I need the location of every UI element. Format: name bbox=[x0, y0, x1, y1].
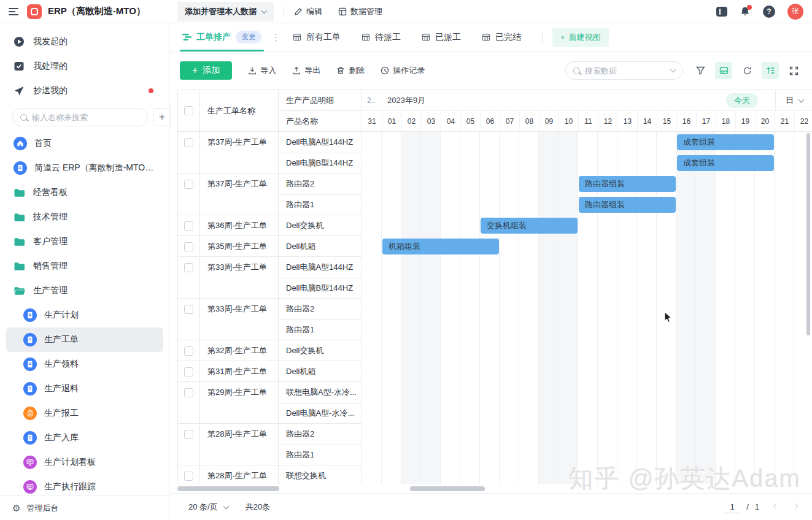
card-view-button[interactable] bbox=[715, 62, 732, 79]
tab-dispatched[interactable]: 已派工 bbox=[422, 32, 461, 43]
workorder-name-cell[interactable]: 第33周-生产工单 bbox=[200, 299, 279, 340]
page-size-select[interactable]: 20 条/页 bbox=[188, 502, 228, 513]
sidebar-item-cc-to-me[interactable]: 抄送我的 bbox=[6, 78, 163, 103]
data-mode-dropdown[interactable]: 添加并管理本人数据 bbox=[177, 2, 274, 21]
gantt-bar[interactable]: 机箱组装 bbox=[382, 239, 499, 254]
product-name-cell[interactable]: 路由器1 bbox=[279, 319, 362, 340]
tab-completed[interactable]: 已完结 bbox=[482, 32, 521, 43]
collapse-menu-icon[interactable] bbox=[9, 8, 18, 15]
workorder-name-cell[interactable]: 第29周-生产工单 bbox=[200, 382, 279, 424]
product-name-cell[interactable]: 路由器2 bbox=[279, 299, 362, 319]
admin-backend-button[interactable]: ⚙ 管理后台 bbox=[0, 495, 169, 520]
next-page-button[interactable] bbox=[793, 506, 797, 508]
operation-log-button[interactable]: 操作记录 bbox=[381, 65, 425, 76]
sidebar-item-production-picking[interactable]: 生产领料 bbox=[6, 352, 163, 377]
sidebar-item-jiandaoyun-erp[interactable]: 简道云 ERP（离散制造-MTO）... bbox=[6, 156, 163, 180]
horizontal-scrollbar-left[interactable] bbox=[177, 486, 279, 491]
sidebar-item-production-report[interactable]: 生产报工 bbox=[6, 401, 163, 426]
sidebar-item-tech-manage[interactable]: 技术管理 bbox=[6, 205, 163, 229]
row-checkbox[interactable] bbox=[184, 180, 193, 189]
row-checkbox[interactable] bbox=[184, 367, 193, 377]
tab-pending-dispatch[interactable]: 待派工 bbox=[362, 32, 401, 43]
row-checkbox[interactable] bbox=[184, 138, 193, 147]
row-checkbox[interactable] bbox=[184, 242, 193, 251]
add-button[interactable]: + 添加 bbox=[180, 61, 232, 80]
product-name-cell[interactable]: Dell电脑B型144HZ bbox=[279, 153, 362, 174]
sidebar-item-execution-tracking[interactable]: 生产执行跟踪 bbox=[6, 475, 163, 495]
new-view-button[interactable]: + 新建视图 bbox=[552, 28, 609, 47]
sidebar-item-production-workorder[interactable]: 生产工单 bbox=[6, 327, 163, 352]
import-button[interactable]: 导入 bbox=[248, 65, 276, 76]
fullscreen-button[interactable] bbox=[785, 62, 802, 79]
filter-button[interactable] bbox=[692, 62, 709, 79]
time-scale-select[interactable]: 日 bbox=[775, 90, 812, 111]
data-search-input[interactable] bbox=[585, 66, 666, 75]
product-name-cell[interactable]: Dell电脑A型144HZ bbox=[279, 132, 362, 153]
data-manage-button[interactable]: 数据管理 bbox=[338, 6, 382, 17]
current-page-input[interactable]: 1 bbox=[724, 501, 740, 513]
gantt-bar[interactable]: 路由器组装 bbox=[579, 176, 676, 192]
add-app-button[interactable]: + bbox=[153, 108, 171, 126]
row-checkbox[interactable] bbox=[184, 263, 193, 272]
product-name-cell[interactable]: Dell交换机 bbox=[279, 340, 362, 361]
workorder-name-cell[interactable]: 第37周-生产工单 bbox=[200, 174, 279, 215]
product-name-cell[interactable]: Dell电脑A型144HZ bbox=[279, 257, 362, 278]
user-avatar[interactable]: 张 bbox=[787, 4, 803, 20]
gantt-bar[interactable]: 路由器组装 bbox=[579, 197, 676, 213]
sidebar-item-business-dashboard[interactable]: 经营看板 bbox=[6, 180, 163, 205]
workorder-name-cell[interactable]: 第31周-生产工单 bbox=[200, 361, 279, 382]
help-button[interactable]: ? bbox=[763, 6, 775, 18]
sidebar-item-production-manage[interactable]: 生产管理 bbox=[6, 278, 163, 303]
product-name-cell[interactable]: Dell机箱 bbox=[279, 236, 362, 257]
gantt-bar[interactable]: 成套组装 bbox=[677, 134, 774, 150]
row-checkbox[interactable] bbox=[184, 430, 193, 439]
prev-page-button[interactable] bbox=[774, 506, 778, 508]
row-checkbox[interactable] bbox=[184, 305, 193, 314]
notifications-button[interactable] bbox=[740, 6, 751, 17]
product-name-cell[interactable]: 路由器1 bbox=[279, 194, 362, 215]
workorder-name-cell[interactable]: 第35周-生产工单 bbox=[200, 236, 279, 257]
today-button[interactable]: 今天 bbox=[726, 93, 758, 108]
sidebar-item-customer-manage[interactable]: 客户管理 bbox=[6, 229, 163, 254]
sidebar-item-production-return[interactable]: 生产退料 bbox=[6, 377, 163, 401]
workorder-name-cell[interactable]: 第32周-生产工单 bbox=[200, 340, 279, 361]
tab-more-menu-icon[interactable]: ⋮ bbox=[271, 32, 280, 43]
product-name-cell[interactable]: 联想交换机 bbox=[279, 465, 362, 484]
workorder-name-cell[interactable]: 第37周-生产工单 bbox=[200, 132, 279, 174]
product-name-cell[interactable]: 路由器2 bbox=[279, 174, 362, 194]
row-checkbox[interactable] bbox=[184, 472, 193, 481]
workorder-name-cell[interactable]: 第36周-生产工单 bbox=[200, 215, 279, 236]
tab-workorder-scheduling[interactable]: 工单排产 变更 bbox=[180, 23, 264, 51]
sidebar-item-sales-manage[interactable]: 销售管理 bbox=[6, 254, 163, 278]
sidebar-item-production-inbound[interactable]: 生产入库 bbox=[6, 426, 163, 450]
sidebar-search-input[interactable] bbox=[32, 113, 140, 122]
sidebar-item-plan-board[interactable]: 生产计划看板 bbox=[6, 450, 163, 475]
horizontal-scrollbar-right[interactable] bbox=[410, 486, 485, 491]
select-all-checkbox[interactable] bbox=[184, 106, 193, 115]
product-name-cell[interactable]: 路由器1 bbox=[279, 445, 362, 465]
edit-button[interactable]: 编辑 bbox=[294, 6, 322, 17]
row-checkbox[interactable] bbox=[184, 221, 193, 231]
gantt-bar[interactable]: 成套组装 bbox=[677, 155, 774, 171]
row-checkbox[interactable] bbox=[184, 346, 193, 356]
product-name-cell[interactable]: Dell交换机 bbox=[279, 215, 362, 236]
workorder-name-cell[interactable]: 第28周-生产工单 bbox=[200, 465, 279, 484]
gantt-structure-button[interactable] bbox=[762, 62, 779, 79]
workorder-name-cell[interactable]: 第28周-生产工单 bbox=[200, 424, 279, 465]
tab-all-workorders[interactable]: 所有工单 bbox=[293, 32, 341, 43]
delete-button[interactable]: 删除 bbox=[336, 65, 365, 76]
workorder-name-cell[interactable]: 第33周-生产工单 bbox=[200, 257, 279, 299]
sidebar-item-home[interactable]: 首页 bbox=[6, 131, 163, 156]
sidebar-item-my-initiated[interactable]: 我发起的 bbox=[6, 29, 163, 54]
refresh-button[interactable] bbox=[738, 62, 756, 79]
sidebar-item-my-processed[interactable]: 我处理的 bbox=[6, 54, 163, 78]
sidebar-item-production-plan[interactable]: 生产计划 bbox=[6, 303, 163, 327]
product-name-cell[interactable]: 路由器2 bbox=[279, 424, 362, 445]
vertical-scrollbar[interactable] bbox=[806, 133, 810, 335]
product-name-cell[interactable]: 联想电脑A型-水冷... bbox=[279, 382, 362, 403]
product-name-cell[interactable]: Dell电脑B型144HZ bbox=[279, 278, 362, 299]
journal-button[interactable] bbox=[716, 7, 727, 17]
product-name-cell[interactable]: Dell机箱 bbox=[279, 361, 362, 382]
change-badge[interactable]: 变更 bbox=[236, 31, 261, 44]
export-button[interactable]: 导出 bbox=[292, 65, 320, 76]
